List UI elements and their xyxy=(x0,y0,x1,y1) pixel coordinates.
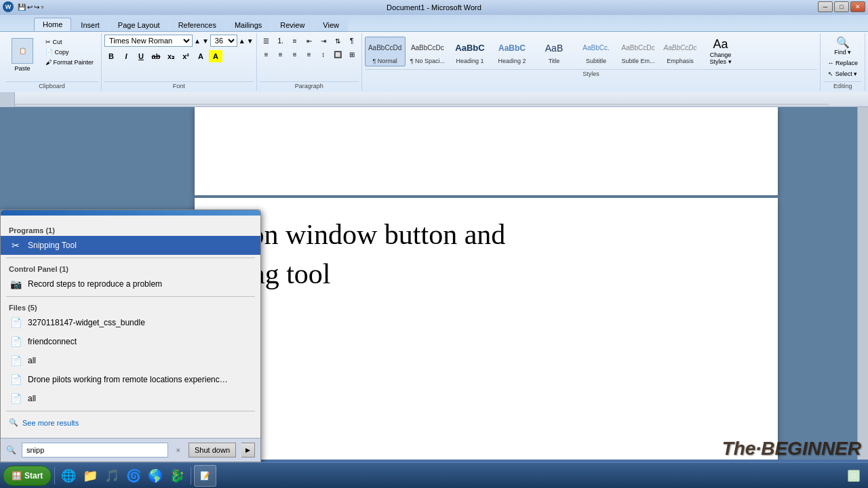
find-icon: 🔍 xyxy=(836,36,850,49)
taskbar-ie-icon[interactable]: 🌐 xyxy=(58,465,79,487)
tab-page-layout[interactable]: Page Layout xyxy=(109,18,169,31)
numbering-button[interactable]: 1. xyxy=(274,35,288,47)
bullets-button[interactable]: ☰ xyxy=(260,35,273,47)
file-2-icon: 📄 xyxy=(9,335,22,348)
subscript-button[interactable]: x₂ xyxy=(164,50,178,62)
clipboard-label: Clipboard xyxy=(5,81,98,89)
search-clear-button[interactable]: × xyxy=(174,445,183,455)
increase-indent-button[interactable]: ⇥ xyxy=(317,35,330,47)
justify-button[interactable]: ≡ xyxy=(302,48,316,60)
shutdown-arrow-button[interactable]: ▶ xyxy=(241,443,255,458)
show-desktop-button[interactable]: □ xyxy=(848,470,860,482)
style-title[interactable]: AaB Title xyxy=(534,37,574,66)
taskbar-explorer-icon[interactable]: 📁 xyxy=(79,465,101,487)
text-color-button[interactable]: A xyxy=(194,50,208,62)
align-left-button[interactable]: ≡ xyxy=(260,48,273,60)
style-normal[interactable]: AaBbCcDd ¶ Normal xyxy=(365,37,406,66)
font-size-grow[interactable]: ▲ xyxy=(239,37,245,45)
menu-item-file-2[interactable]: 📄 friendconnect xyxy=(1,332,260,351)
style-h2-label: Heading 2 xyxy=(498,58,526,64)
font-shrink[interactable]: ▼ xyxy=(202,37,209,45)
font-name-select[interactable]: Times New Roman xyxy=(104,35,193,47)
start-button[interactable]: 🪟 Start xyxy=(3,466,52,486)
cut-button[interactable]: ✂ Cut xyxy=(42,37,97,47)
taskbar-swirl-icon[interactable]: 🌀 xyxy=(123,465,144,487)
superscript-button[interactable]: x² xyxy=(179,50,193,62)
underline-button[interactable]: U xyxy=(134,50,148,62)
document-page-bottom[interactable]: k on window button and bing tool xyxy=(195,198,778,460)
style-h1-label: Heading 1 xyxy=(456,58,484,64)
minimize-button[interactable]: ─ xyxy=(818,1,833,12)
menu-item-file-3[interactable]: 📄 all xyxy=(1,351,260,370)
style-subtle-preview: AaBbCcDc xyxy=(622,39,655,58)
divider-3 xyxy=(6,411,255,411)
change-styles-icon: Aa xyxy=(713,37,728,52)
decrease-indent-button[interactable]: ⇤ xyxy=(302,35,316,47)
font-size-select[interactable]: 36 xyxy=(210,35,237,47)
font-grow[interactable]: ▲ xyxy=(194,37,201,45)
taskbar-chrome-icon[interactable]: 🌎 xyxy=(144,465,166,487)
strikethrough-button[interactable]: ab xyxy=(149,50,163,62)
find-button[interactable]: 🔍 Find ▾ xyxy=(830,35,855,57)
style-subtle-em[interactable]: AaBbCcDc Subtle Em... xyxy=(618,37,658,66)
quick-redo[interactable]: ↪ xyxy=(34,3,39,11)
search-input[interactable] xyxy=(22,443,168,458)
style-no-spacing[interactable]: AaBbCcDc ¶ No Spaci... xyxy=(407,37,448,66)
menu-item-file-5[interactable]: 📄 all xyxy=(1,389,260,408)
taskbar-dragon-icon[interactable]: 🐉 xyxy=(166,465,188,487)
shutdown-button[interactable]: Shut down xyxy=(189,443,236,458)
tab-review[interactable]: Review xyxy=(271,18,313,31)
divider-1 xyxy=(6,258,255,258)
select-button[interactable]: ↖ Select ▾ xyxy=(824,69,861,79)
format-painter-button[interactable]: 🖌 Format Painter xyxy=(42,58,97,67)
taskbar-media-icon[interactable]: 🎵 xyxy=(101,465,123,487)
shading-button[interactable]: 🔲 xyxy=(331,48,344,60)
find-label: Find ▾ xyxy=(834,49,851,56)
see-more-results-link[interactable]: 🔍 See more results xyxy=(1,414,260,431)
snipping-tool-icon: ✂ xyxy=(9,239,22,252)
programs-section-label: Programs (1) xyxy=(1,222,260,236)
style-emphasis[interactable]: AaBbCcDc Emphasis xyxy=(660,37,701,66)
multilevel-button[interactable]: ≡ xyxy=(288,35,302,47)
menu-item-snipping-tool[interactable]: ✂ Snipping Tool xyxy=(1,236,260,255)
file-5-icon: 📄 xyxy=(9,392,22,405)
align-center-button[interactable]: ≡ xyxy=(274,48,288,60)
maximize-button[interactable]: □ xyxy=(834,1,849,12)
tab-mailings[interactable]: Mailings xyxy=(226,18,271,31)
tab-insert[interactable]: Insert xyxy=(72,18,108,31)
show-marks-button[interactable]: ¶ xyxy=(345,35,359,47)
bold-button[interactable]: B xyxy=(104,50,118,62)
style-subtitle[interactable]: AaBbCc. Subtitle xyxy=(576,37,616,66)
close-button[interactable]: ✕ xyxy=(850,1,865,12)
style-title-preview: AaB xyxy=(545,39,563,58)
vertical-scrollbar[interactable] xyxy=(857,107,868,460)
italic-button[interactable]: I xyxy=(119,50,133,62)
tab-home[interactable]: Home xyxy=(34,18,71,31)
style-normal-preview: AaBbCcDd xyxy=(368,39,401,58)
style-normal-label: ¶ Normal xyxy=(372,58,397,64)
menu-item-file-4[interactable]: 📄 Drone pilots working from remote locat… xyxy=(1,370,260,389)
tab-view[interactable]: View xyxy=(314,18,348,31)
start-menu-header xyxy=(1,210,260,216)
sort-button[interactable]: ⇅ xyxy=(331,35,344,47)
tab-references[interactable]: References xyxy=(170,18,225,31)
taskbar-separator-2 xyxy=(191,467,191,485)
menu-item-file-1[interactable]: 📄 3270118147-widget_css_bundle xyxy=(1,313,260,332)
taskbar-word-icon[interactable]: 📝 xyxy=(194,465,216,487)
font-size-shrink[interactable]: ▼ xyxy=(247,37,254,45)
word-icon: 📝 xyxy=(200,471,210,481)
line-spacing-button[interactable]: ↕ xyxy=(317,48,330,60)
highlight-button[interactable]: A xyxy=(209,50,222,62)
replace-button[interactable]: ↔ Replace xyxy=(823,58,862,68)
start-label: Start xyxy=(24,471,43,481)
paste-button[interactable]: 📋 Paste xyxy=(5,35,39,80)
change-styles-button[interactable]: Aa ChangeStyles ▾ xyxy=(702,35,739,68)
align-right-button[interactable]: ≡ xyxy=(288,48,302,60)
menu-item-record-steps[interactable]: 📷 Record steps to reproduce a problem xyxy=(1,274,260,293)
borders-button[interactable]: ⊞ xyxy=(345,48,359,60)
copy-button[interactable]: 📄 Copy xyxy=(42,47,97,57)
style-heading1[interactable]: AaBbC Heading 1 xyxy=(450,37,490,66)
quick-undo[interactable]: ↩ xyxy=(27,3,33,11)
quick-save[interactable]: 💾 xyxy=(18,3,26,11)
style-heading2[interactable]: AaBbC Heading 2 xyxy=(492,37,532,66)
